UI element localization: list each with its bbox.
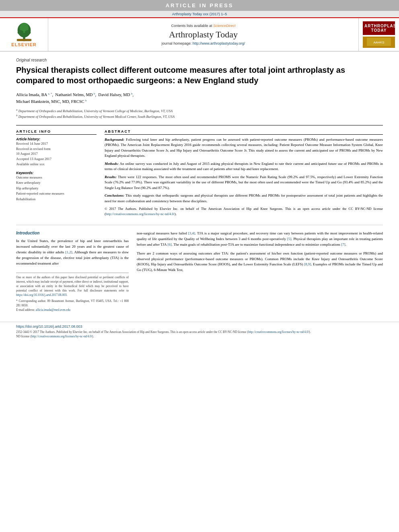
methods-text: An online survey was conducted in July a… — [105, 162, 383, 171]
conclusions-text: This study suggests that orthopaedic sur… — [105, 193, 383, 203]
article-info-abstract-section: Article Info Article history: Received 1… — [16, 125, 383, 217]
author-1: Allicia Imada, BA a, *, — [16, 92, 54, 97]
word-and: and — [147, 242, 152, 246]
footnote-doi-link[interactable]: https://doi.org/10.1016/j.artd.2017.08.0… — [16, 293, 67, 297]
svg-point-4 — [17, 30, 23, 35]
keyword-5: Rehabilitation — [16, 197, 97, 202]
journal-center: Contents lists available at ScienceDirec… — [48, 18, 359, 51]
abstract-heading: Abstract — [105, 129, 383, 135]
abstract-column: Abstract Background: Following total kne… — [105, 129, 383, 217]
abstract-background: Background: Following total knee and hip… — [105, 137, 383, 159]
keyword-3: Hip arthroplasty — [16, 186, 97, 191]
keyword-2: Knee arthroplasty — [16, 180, 97, 186]
doi-anchor[interactable]: https://doi.org/10.1016/j.artd.2017.08.0… — [16, 325, 82, 329]
results-label: Results: — [105, 175, 117, 179]
ref-1-2[interactable]: [1,2] — [66, 250, 72, 254]
abstract-methods: Methods: An online survey was conducted … — [105, 161, 383, 172]
affiliation-a: a Department of Orthopedics and Rehabili… — [16, 108, 383, 114]
bottom-copyright: 2352-3441/© 2017 The Authors. Published … — [16, 330, 383, 339]
author-3: David Halsey, MD b, — [98, 92, 134, 97]
elsevier-wordmark: ELSEVIER — [11, 42, 36, 47]
badge-line2: TODAY — [364, 28, 393, 33]
article-type: Original research — [16, 58, 383, 62]
article-info-heading: Article Info — [16, 129, 97, 135]
background-text: Following total knee and hip arthroplast… — [105, 138, 383, 158]
keywords-label: Keywords: — [16, 171, 97, 175]
revised-text: Received in revised form — [16, 146, 97, 152]
keyword-4: Patient-reported outcome measures — [16, 191, 97, 197]
ref-8-9[interactable]: [8,9] — [304, 262, 311, 266]
corresponding-author-note: * Corresponding author. 89 Beaumont Aven… — [16, 299, 129, 308]
elsevier-logo: ELSEVIER — [11, 22, 36, 47]
aahks-icon: AAHKS — [367, 38, 391, 46]
intro-para1-left: In the United States, the prevalence of … — [16, 238, 129, 267]
abstract-conclusions: Conclusions: This study suggests that or… — [105, 193, 383, 204]
available-text: Available online xxx — [16, 162, 97, 167]
email-label: E-mail address: — [16, 308, 36, 312]
accepted-text: Accepted 13 August 2017 — [16, 156, 97, 162]
svg-point-5 — [25, 30, 31, 35]
article-info-column: Article Info Article history: Received 1… — [16, 129, 97, 217]
svg-rect-2 — [16, 39, 31, 41]
journal-header: ELSEVIER Contents lists available at Sci… — [0, 17, 399, 51]
science-direct-text: Contents lists available at ScienceDirec… — [171, 24, 235, 28]
elsevier-logo-container: ELSEVIER — [0, 18, 48, 51]
author-2-sup: b — [94, 92, 95, 95]
article-in-press-banner: ARTICLE IN PRESS — [0, 0, 399, 11]
bottom-cc-link-2[interactable]: http://creativecommons.org/licenses/by-n… — [31, 335, 92, 338]
main-article-content: Introduction In the United States, the p… — [16, 225, 383, 312]
published-word: Published — [56, 330, 68, 334]
email-link[interactable]: allicia.imada@med.uvm.edu — [36, 308, 70, 312]
author-3-sup: b — [131, 92, 133, 95]
aahks-badge: AAHKS — [363, 37, 395, 48]
science-direct-link[interactable]: ScienceDirect — [213, 24, 236, 28]
introduction-heading: Introduction — [16, 231, 129, 235]
badge-line1: ARTHROPLASTY — [364, 24, 393, 28]
ref-6[interactable]: [6] — [167, 242, 172, 246]
journal-citation-strip: Arthroplasty Today xxx (2017) 1–5 — [0, 11, 399, 17]
ref-3-4[interactable]: [3,4] — [188, 231, 195, 235]
main-content-left: Introduction In the United States, the p… — [16, 231, 129, 312]
results-text: There were 122 responses. The most often… — [105, 175, 383, 190]
ref-5[interactable]: [5] — [287, 237, 292, 241]
journal-title: Arthroplasty Today — [169, 29, 238, 40]
ref-7[interactable]: [7] — [341, 242, 346, 246]
article-title: Physical therapists collect different ou… — [16, 65, 383, 86]
author-4-sup: b — [85, 99, 87, 102]
cc-license-link[interactable]: http://creativecommons.org/licenses/by-n… — [106, 212, 175, 216]
background-label: Background: — [105, 138, 124, 142]
citation-text: Arthroplasty Today xxx (2017) 1–5 — [172, 12, 227, 16]
journal-homepage-link[interactable]: http://www.arthroplastytoday.org/ — [193, 41, 245, 45]
email-address: E-mail address: allicia.imada@med.uvm.ed… — [16, 308, 129, 312]
history-label: Article history: — [16, 137, 97, 141]
affiliation-b: b Department of Orthopedics and Rehabili… — [16, 113, 383, 119]
abstract-results: Results: There were 122 responses. The m… — [105, 175, 383, 191]
conclusions-label: Conclusions: — [105, 193, 124, 197]
bottom-bar: https://doi.org/10.1016/j.artd.2017.08.0… — [0, 322, 399, 341]
author-2: Nathaniel Nelms, MD b, — [55, 92, 97, 97]
banner-text: ARTICLE IN PRESS — [166, 2, 234, 8]
author-1-sup: a, * — [48, 92, 52, 95]
article-body: Original research Physical therapists co… — [0, 51, 399, 318]
revised-date: 10 August 2017 — [16, 151, 97, 156]
bottom-cc-link[interactable]: http://creativecommons.org/licenses/by-n… — [248, 330, 309, 334]
arthroplasty-badge-container: ARTHROPLASTY TODAY AAHKS — [359, 18, 399, 51]
doi-link[interactable]: https://doi.org/10.1016/j.artd.2017.08.0… — [16, 325, 383, 329]
methods-label: Methods: — [105, 162, 119, 166]
arthroplasty-badge: ARTHROPLASTY TODAY — [363, 21, 395, 35]
intro-para2-right: There are 2 common ways of assessing out… — [137, 251, 383, 273]
abstract-copyright: © 2017 The Authors. Published by Elsevie… — [105, 206, 383, 217]
affiliations: a Department of Orthopedics and Rehabili… — [16, 108, 383, 119]
received-text: Received 14 June 2017 — [16, 141, 97, 146]
intro-para1-right: non-surgical measures have failed [3,4].… — [137, 231, 383, 248]
svg-text:AAHKS: AAHKS — [373, 41, 384, 44]
elsevier-tree-icon — [12, 22, 36, 42]
main-content-right: non-surgical measures have failed [3,4].… — [137, 231, 383, 312]
author-4: Michael Blankstein, MSC, MD, FRCSC b — [16, 99, 87, 104]
journal-homepage: journal homepage: http://www.arthroplast… — [162, 41, 245, 45]
authors-list: Allicia Imada, BA a, *, Nathaniel Nelms,… — [16, 91, 383, 105]
keyword-1: Outcome measures — [16, 175, 97, 181]
footnote-area: One or more of the authors of this paper… — [16, 273, 129, 312]
footnote-text: One or more of the authors of this paper… — [16, 275, 129, 297]
